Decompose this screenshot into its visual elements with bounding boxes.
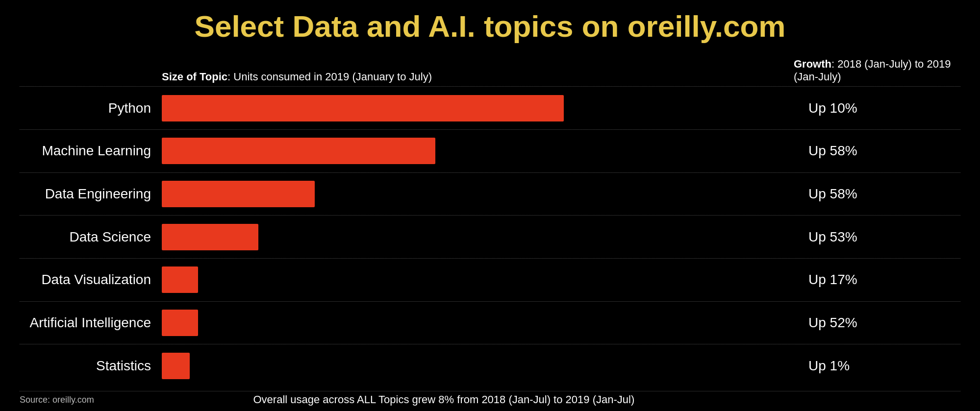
- bar: [162, 138, 435, 164]
- bar-area: [162, 262, 794, 298]
- chart-footer: Source: oreilly.com Overall usage across…: [20, 391, 960, 406]
- footer-overall: Overall usage across ALL Topics grew 8% …: [94, 393, 794, 406]
- growth-label: Up 58%: [794, 186, 960, 202]
- row-label: Statistics: [20, 358, 162, 374]
- legend-row: Size of Topic: Units consumed in 2019 (J…: [20, 58, 960, 83]
- growth-label: Up 58%: [794, 143, 960, 159]
- growth-label: Up 10%: [794, 100, 960, 116]
- bar: [162, 266, 198, 293]
- table-row: Machine Learning Up 58%: [20, 129, 960, 172]
- row-label: Python: [20, 100, 162, 116]
- growth-label: Up 52%: [794, 315, 960, 331]
- table-row: Artificial Intelligence Up 52%: [20, 301, 960, 344]
- chart-rows-area: Python Up 10% Machine Learning Up 58% Da…: [20, 86, 960, 387]
- legend-size-label: Size of Topic: Units consumed in 2019 (J…: [162, 71, 794, 83]
- table-row: Statistics Up 1%: [20, 344, 960, 387]
- table-row: Data Engineering Up 58%: [20, 172, 960, 216]
- bar-area: [162, 90, 794, 126]
- chart-container: Size of Topic: Units consumed in 2019 (J…: [20, 58, 960, 406]
- page-title: Select Data and A.I. topics on oreilly.c…: [195, 10, 786, 43]
- bar: [162, 310, 198, 336]
- growth-label: Up 1%: [794, 358, 960, 374]
- bar-area: [162, 219, 794, 255]
- bar: [162, 353, 190, 379]
- legend-growth-label: Growth: 2018 (Jan-July) to 2019 (Jan-Jul…: [794, 58, 960, 83]
- row-label: Data Engineering: [20, 186, 162, 202]
- row-label: Machine Learning: [20, 143, 162, 159]
- row-label: Data Visualization: [20, 272, 162, 288]
- bar-area: [162, 348, 794, 384]
- footer-source: Source: oreilly.com: [20, 395, 94, 405]
- table-row: Data Science Up 53%: [20, 215, 960, 258]
- table-row: Data Visualization Up 17%: [20, 258, 960, 301]
- growth-label: Up 17%: [794, 272, 960, 288]
- bar-area: [162, 176, 794, 212]
- bar-area: [162, 133, 794, 169]
- table-row: Python Up 10%: [20, 86, 960, 129]
- bar: [162, 181, 315, 207]
- row-label: Data Science: [20, 229, 162, 245]
- row-label: Artificial Intelligence: [20, 315, 162, 331]
- bar: [162, 224, 258, 250]
- bar: [162, 95, 564, 121]
- growth-label: Up 53%: [794, 229, 960, 245]
- bar-area: [162, 305, 794, 341]
